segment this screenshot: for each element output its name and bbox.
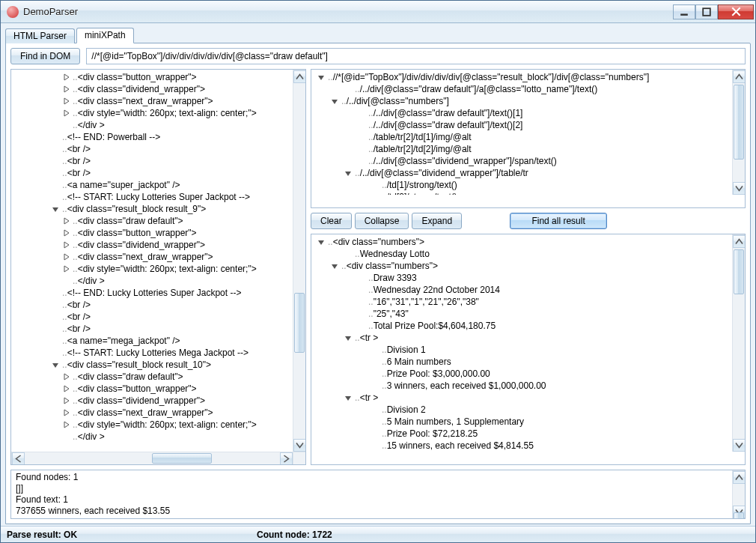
scroll-right-icon[interactable]: [280, 452, 293, 465]
tree-node[interactable]: ..<div style="width: 260px; text-align: …: [11, 107, 293, 119]
tree-node[interactable]: ../td[1]/strong/text(): [311, 179, 732, 191]
tree-node[interactable]: ..<div class="result_block result_9">: [11, 203, 293, 215]
tab-minixpath[interactable]: miniXPath: [76, 28, 134, 43]
xpath-input[interactable]: [86, 48, 746, 64]
tree-node[interactable]: ..<div class="button_wrapper">: [11, 227, 293, 239]
tree-node[interactable]: ..<!-- START: Lucky Lotteries Mega Jackp…: [11, 347, 293, 359]
dom-tree[interactable]: ..<div class="button_wrapper">..<div cla…: [10, 69, 306, 465]
tree-node[interactable]: ../../div[@class="draw default"]/text()[…: [311, 119, 732, 131]
tree-node[interactable]: ..<div class="next_draw_wrapper">: [11, 251, 293, 263]
disclosure-triangle-icon[interactable]: [329, 261, 340, 271]
scroll-thumb[interactable]: [152, 453, 212, 464]
tree-node[interactable]: ..Wednesday Lotto: [311, 248, 732, 260]
scroll-thumb[interactable]: [734, 512, 744, 519]
tree-node[interactable]: ..<a name="mega_jackpot" />: [11, 335, 293, 347]
tree-node[interactable]: ..<!-- END: Lucky Lotteries Super Jackpo…: [11, 287, 293, 299]
disclosure-triangle-icon[interactable]: [61, 395, 71, 406]
disclosure-triangle-icon[interactable]: [61, 419, 71, 430]
collapse-button[interactable]: Collapse: [355, 213, 409, 229]
tree-node[interactable]: ..<div class="next_draw_wrapper">: [11, 407, 293, 419]
tree-node[interactable]: ..Total Prize Pool:$4,604,180.75: [311, 320, 732, 332]
tree-node[interactable]: ..Wednesday 22nd October 2014: [311, 284, 732, 296]
tree-node[interactable]: ..<br />: [11, 299, 293, 311]
tree-node[interactable]: ../../div[@class="dividend_wrapper"]/tab…: [311, 167, 732, 179]
tree-node[interactable]: ..3 winners, each received $1,000,000.00: [311, 380, 732, 392]
result-tree[interactable]: ..<div class="numbers">..Wednesday Lotto…: [311, 234, 746, 465]
tree-node[interactable]: ..<div class="result_block result_10">: [11, 359, 293, 371]
tree-node[interactable]: ../../div[@class="numbers"]: [311, 95, 732, 107]
tree-node[interactable]: ..Draw 3393: [311, 272, 732, 284]
disclosure-triangle-icon[interactable]: [316, 237, 326, 247]
scroll-down-icon[interactable]: [733, 182, 746, 195]
disclosure-triangle-icon[interactable]: [50, 204, 61, 214]
xpath-tree-vscrollbar[interactable]: [732, 70, 745, 195]
disclosure-triangle-icon[interactable]: [50, 360, 61, 370]
disclosure-triangle-icon[interactable]: [61, 383, 71, 394]
tree-node[interactable]: ../td[2]/strong/text(): [311, 191, 732, 195]
tree-node[interactable]: ..<tr >: [311, 332, 732, 344]
disclosure-triangle-icon[interactable]: [61, 240, 71, 250]
tree-node[interactable]: ..5 Main numbers, 1 Supplementary: [311, 416, 732, 428]
tree-node[interactable]: ..Prize Pool: $3,000,000.00: [311, 368, 732, 380]
scroll-down-icon[interactable]: [293, 439, 306, 452]
result-tree-vscrollbar[interactable]: [732, 234, 745, 452]
tab-html-parser[interactable]: HTML Parser: [5, 28, 75, 43]
disclosure-triangle-icon[interactable]: [61, 264, 71, 274]
tree-node[interactable]: ../../div[@class="draw default"]/text()[…: [311, 107, 732, 119]
tree-node[interactable]: ..<br />: [11, 155, 293, 167]
tree-node[interactable]: ..<div class="dividend_wrapper">: [11, 239, 293, 251]
log-vscrollbar[interactable]: [732, 470, 745, 518]
disclosure-triangle-icon[interactable]: [343, 333, 353, 343]
tree-node[interactable]: ..<div class="draw default">: [11, 371, 293, 383]
xpath-tree[interactable]: ..//*[@id="TopBox"]/div/div/div/div[@cla…: [311, 69, 746, 208]
tree-node[interactable]: ..Prize Pool: $72,218.25: [311, 428, 732, 440]
disclosure-triangle-icon[interactable]: [343, 168, 353, 178]
log-panel[interactable]: Found nodes: 1[]]Found text: 1737655 win…: [10, 470, 746, 519]
scroll-up-icon[interactable]: [733, 70, 746, 83]
expand-button[interactable]: Expand: [412, 213, 462, 229]
tree-node[interactable]: ..<div class="draw default">: [11, 215, 293, 227]
tree-node[interactable]: .."25","43": [311, 308, 732, 320]
disclosure-triangle-icon[interactable]: [61, 407, 71, 418]
clear-button[interactable]: Clear: [311, 213, 352, 229]
tree-node[interactable]: ..</div >: [11, 275, 293, 287]
tree-node[interactable]: ..<div style="width: 260px; text-align: …: [11, 419, 293, 431]
scroll-down-icon[interactable]: [733, 439, 746, 452]
tree-node[interactable]: ..<div class="numbers">: [311, 260, 732, 272]
tree-node[interactable]: ../../div[@class="draw default"]/a[@clas…: [311, 83, 732, 95]
minimize-button[interactable]: [673, 4, 695, 19]
tree-node[interactable]: ..<div class="button_wrapper">: [11, 71, 293, 83]
tree-node[interactable]: ..15 winners, each received $4,814.55: [311, 440, 732, 452]
tree-node[interactable]: ..//*[@id="TopBox"]/div/div/div/div[@cla…: [311, 71, 732, 83]
tree-node[interactable]: ..<br />: [11, 323, 293, 335]
close-button[interactable]: [718, 4, 754, 19]
disclosure-triangle-icon[interactable]: [61, 72, 71, 82]
disclosure-triangle-icon[interactable]: [61, 96, 71, 106]
tree-node[interactable]: ..<tr >: [311, 392, 732, 404]
tree-node[interactable]: ../table/tr[2]/td[1]/img/@alt: [311, 131, 732, 143]
tree-node[interactable]: ..Division 2: [311, 404, 732, 416]
scroll-up-icon[interactable]: [733, 471, 746, 484]
disclosure-triangle-icon[interactable]: [329, 96, 340, 106]
tree-node[interactable]: ..<br />: [11, 167, 293, 179]
tree-node[interactable]: ..<br />: [11, 143, 293, 155]
scroll-thumb[interactable]: [294, 293, 305, 353]
find-all-result-button[interactable]: Find all result: [510, 213, 607, 229]
scroll-thumb[interactable]: [734, 249, 744, 294]
tree-node[interactable]: ../table/tr[2]/td[2]/img/@alt: [311, 143, 732, 155]
disclosure-triangle-icon[interactable]: [61, 252, 71, 262]
left-tree-vscrollbar[interactable]: [293, 70, 305, 452]
disclosure-triangle-icon[interactable]: [316, 72, 326, 82]
disclosure-triangle-icon[interactable]: [343, 392, 353, 403]
tree-node[interactable]: ../../div[@class="dividend_wrapper"]/spa…: [311, 155, 732, 167]
tree-node[interactable]: ..<div style="width: 260px; text-align: …: [11, 263, 293, 275]
find-in-dom-button[interactable]: Find in DOM: [10, 48, 80, 64]
disclosure-triangle-icon[interactable]: [61, 216, 71, 226]
tree-node[interactable]: ..<div class="dividend_wrapper">: [11, 83, 293, 95]
tree-node[interactable]: ..<div class="numbers">: [311, 236, 732, 248]
disclosure-triangle-icon[interactable]: [61, 84, 71, 94]
tree-node[interactable]: ..<div class="next_draw_wrapper">: [11, 95, 293, 107]
maximize-button[interactable]: [695, 4, 718, 19]
disclosure-triangle-icon[interactable]: [61, 371, 71, 382]
disclosure-triangle-icon[interactable]: [61, 228, 71, 238]
